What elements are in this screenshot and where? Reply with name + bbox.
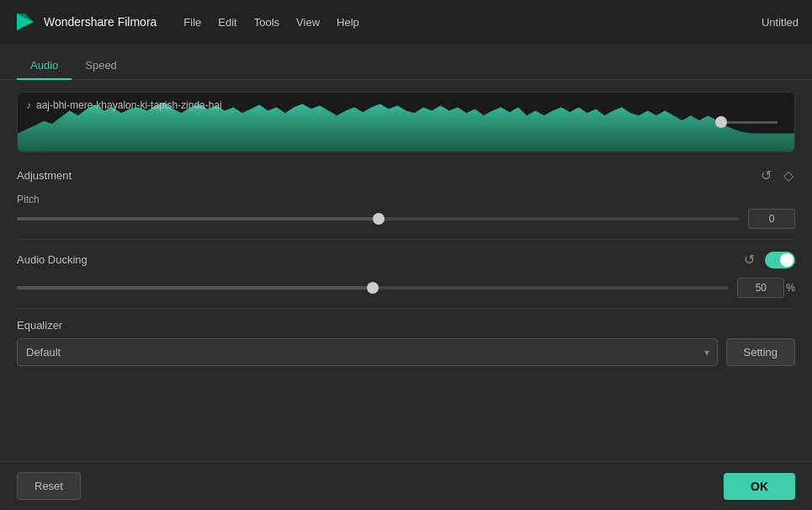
audio-ducking-unit: % bbox=[786, 282, 795, 294]
pitch-label-row: Pitch bbox=[17, 194, 795, 205]
audio-ducking-slider-track[interactable] bbox=[17, 286, 729, 290]
pitch-slider-fill bbox=[17, 217, 379, 220]
audio-ducking-slider-thumb[interactable] bbox=[367, 282, 379, 294]
menu-tools[interactable]: Tools bbox=[254, 13, 279, 32]
menu-items-group: File Edit Tools View Help bbox=[183, 13, 741, 32]
divider-1 bbox=[17, 239, 795, 240]
equalizer-select[interactable]: Default Classic Low Bass Pop Rock Folk H… bbox=[17, 338, 718, 366]
waveform-track-remaining bbox=[727, 121, 778, 124]
audio-ducking-toggle[interactable] bbox=[765, 252, 795, 268]
equalizer-select-wrap[interactable]: Default Classic Low Bass Pop Rock Folk H… bbox=[17, 338, 718, 366]
window-title: Untitled bbox=[762, 16, 799, 29]
bottom-spacer bbox=[17, 366, 795, 383]
pitch-label: Pitch bbox=[17, 194, 40, 205]
menu-view[interactable]: View bbox=[296, 13, 320, 32]
ok-button[interactable]: OK bbox=[724, 473, 795, 500]
audio-ducking-reset-icon[interactable]: ↺ bbox=[742, 250, 756, 269]
bottom-bar: Reset OK bbox=[0, 461, 812, 510]
tabs-bar: Audio Speed bbox=[0, 44, 812, 80]
audio-ducking-section-header: Audio Ducking ↺ bbox=[17, 250, 795, 269]
divider-2 bbox=[17, 308, 795, 309]
adjustment-diamond-icon[interactable]: ◇ bbox=[782, 166, 795, 185]
filmora-logo-icon bbox=[13, 10, 37, 34]
waveform-filename: aaj-bhi-mere-khayalon-ki-tapish-zinda-ha… bbox=[36, 99, 222, 111]
pitch-slider-thumb[interactable] bbox=[373, 213, 385, 225]
adjustment-reset-icon[interactable]: ↺ bbox=[759, 166, 773, 185]
menu-help[interactable]: Help bbox=[337, 13, 359, 32]
pitch-value[interactable]: 0 bbox=[748, 209, 795, 229]
equalizer-title: Equalizer bbox=[17, 319, 795, 332]
pitch-slider-track[interactable] bbox=[17, 217, 740, 220]
pitch-slider-wrap[interactable] bbox=[17, 217, 740, 220]
waveform-slider-thumb[interactable] bbox=[715, 116, 727, 128]
menu-bar: Wondershare Filmora File Edit Tools View… bbox=[0, 0, 812, 44]
equalizer-row: Default Classic Low Bass Pop Rock Folk H… bbox=[17, 338, 795, 366]
waveform-playhead-slider[interactable] bbox=[715, 116, 778, 128]
adjustment-title: Adjustment bbox=[17, 169, 72, 182]
app-logo: Wondershare Filmora bbox=[13, 10, 157, 34]
music-icon: ♪ bbox=[26, 99, 31, 111]
adjustment-icons: ↺ ◇ bbox=[759, 166, 795, 185]
app-name: Wondershare Filmora bbox=[44, 15, 157, 29]
reset-button[interactable]: Reset bbox=[17, 472, 81, 500]
audio-ducking-icons: ↺ bbox=[742, 250, 795, 269]
equalizer-setting-button[interactable]: Setting bbox=[726, 338, 795, 366]
waveform-label: ♪ aaj-bhi-mere-khayalon-ki-tapish-zinda-… bbox=[26, 99, 222, 111]
equalizer-section: Equalizer Default Classic Low Bass Pop R… bbox=[17, 319, 795, 366]
panel-content: ♪ aaj-bhi-mere-khayalon-ki-tapish-zinda-… bbox=[0, 80, 812, 461]
pitch-slider-row: 0 bbox=[17, 209, 795, 229]
menu-file[interactable]: File bbox=[183, 13, 201, 32]
audio-ducking-value-wrap: 50 % bbox=[737, 278, 795, 298]
panel: Audio Speed ♪ aaj-bhi-mere-khayalon-ki-t… bbox=[0, 44, 812, 510]
audio-ducking-slider-wrap[interactable] bbox=[17, 286, 729, 290]
audio-ducking-toggle-thumb bbox=[780, 253, 793, 267]
adjustment-section-header: Adjustment ↺ ◇ bbox=[17, 166, 795, 185]
audio-ducking-slider-fill bbox=[17, 286, 373, 290]
audio-ducking-slider-row: 50 % bbox=[17, 278, 795, 298]
menu-edit[interactable]: Edit bbox=[218, 13, 236, 32]
tab-audio[interactable]: Audio bbox=[17, 52, 72, 80]
waveform-container: ♪ aaj-bhi-mere-khayalon-ki-tapish-zinda-… bbox=[17, 92, 795, 152]
tab-speed[interactable]: Speed bbox=[72, 52, 130, 80]
audio-ducking-value[interactable]: 50 bbox=[737, 278, 784, 298]
audio-ducking-title: Audio Ducking bbox=[17, 253, 88, 266]
